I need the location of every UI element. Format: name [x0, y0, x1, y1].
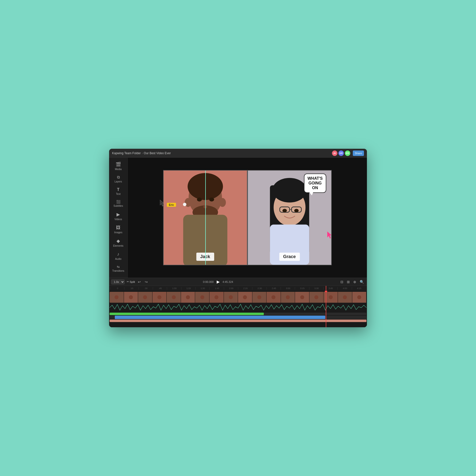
- ruler-mark-0: 0: [110, 287, 124, 290]
- audio-track[interactable]: [110, 303, 366, 312]
- thumb-frame-10: [238, 292, 252, 303]
- sidebar-item-templates[interactable]: ⊞ Templates: [110, 275, 126, 278]
- redo-button[interactable]: ↪: [144, 279, 149, 284]
- thumb-frame-3: [138, 292, 152, 303]
- canvas-area[interactable]: Eric: [128, 158, 367, 278]
- thumb-strip: [110, 292, 366, 303]
- audio-icon: ♪: [117, 252, 119, 257]
- timeline-search-button[interactable]: 🔍: [359, 279, 365, 284]
- video-left-jack: Jack: [163, 170, 247, 265]
- play-button[interactable]: ▶: [215, 279, 221, 285]
- sidebar-item-layers-label: Layers: [115, 180, 122, 183]
- thumb-frame-9: [224, 292, 238, 303]
- sidebar-item-text[interactable]: T Text: [110, 185, 126, 197]
- breadcrumb-separator: ›: [142, 151, 143, 155]
- sidebar-item-media[interactable]: 🎬 Media: [110, 160, 126, 173]
- ruler-mark-100: 1:00: [167, 287, 181, 290]
- sidebar-item-images-label: Images: [114, 231, 122, 234]
- breadcrumb-folder[interactable]: Kapwing Team Folder: [112, 151, 141, 155]
- playhead: [326, 291, 326, 327]
- title-bar: Kapwing Team Folder › Our Best Video Eve…: [109, 149, 367, 158]
- svg-point-8: [183, 203, 186, 206]
- subtitles-icon: ⬛: [116, 200, 120, 204]
- breadcrumb-project[interactable]: Our Best Video Ever: [144, 151, 171, 155]
- green-bar: [110, 313, 264, 315]
- timeline-toolbar: 1.0x ✂ Split ↩ ↪ 0:00.000 ▶ 4:45.324 ⊟ ⊞…: [109, 278, 367, 286]
- svg-marker-22: [327, 232, 331, 238]
- pink-cursor-icon: [327, 232, 332, 240]
- blue-track[interactable]: [110, 316, 366, 319]
- sidebar-item-images[interactable]: 🖼 Images: [110, 223, 126, 236]
- sidebar-item-audio[interactable]: ♪ Audio: [110, 250, 126, 262]
- thumb-frame-13: [281, 292, 295, 303]
- ruler-mark-400: 4:00: [337, 287, 352, 290]
- ruler-mark-415: 4:15: [352, 287, 366, 290]
- sidebar-item-transitions[interactable]: ⇆ Transitions: [110, 263, 126, 274]
- undo-button[interactable]: ↩: [137, 279, 142, 284]
- thumb-frame-17: [338, 292, 352, 303]
- thumb-frame-7: [195, 292, 209, 303]
- split-button[interactable]: ✂ Split: [127, 280, 135, 283]
- blue-bar: [115, 316, 326, 319]
- ruler-mark-300: 3:00: [281, 287, 295, 290]
- avatar-1: JK: [332, 150, 337, 156]
- sidebar-item-videos-label: Videos: [115, 218, 122, 221]
- ruler-mark-130: 1:30: [195, 287, 209, 290]
- split-icon: ✂: [127, 280, 129, 283]
- media-icon: 🎬: [116, 162, 121, 167]
- ruler-mark-330: 3:30: [309, 287, 323, 290]
- elements-icon: ◆: [117, 238, 120, 244]
- thumb-frame-15: [309, 292, 324, 303]
- thumb-frame-6: [181, 292, 195, 303]
- thumb-frame-11: [252, 292, 267, 303]
- svg-rect-23: [110, 303, 366, 312]
- sidebar-item-text-label: Text: [116, 193, 120, 195]
- ruler-mark-145: 1:45: [209, 287, 224, 290]
- ruler-mark-230: 2:30: [252, 287, 266, 290]
- sidebar-item-elements[interactable]: ◆ Elements: [110, 236, 126, 249]
- svg-point-20: [282, 209, 287, 212]
- thumb-frame-2: [124, 292, 138, 303]
- current-time-display: 0:00.000: [203, 280, 214, 283]
- videos-icon: ▶: [117, 212, 120, 217]
- sidebar-item-transitions-label: Transitions: [112, 269, 124, 272]
- app-window: Kapwing Team Folder › Our Best Video Eve…: [109, 149, 367, 327]
- thumb-frame-1: [110, 292, 124, 303]
- speed-selector[interactable]: 1.0x: [111, 279, 125, 284]
- thumb-frame-4: [152, 292, 167, 303]
- timeline-zoom-in-button[interactable]: ⊕: [352, 279, 357, 284]
- sidebar-item-layers[interactable]: ⧉ Layers: [110, 173, 126, 185]
- grace-name-label: Grace: [279, 253, 300, 261]
- waveform-svg: [110, 303, 366, 312]
- ruler-mark-15: :15: [124, 287, 138, 290]
- cursor-label: Eric: [167, 203, 176, 207]
- thumb-frame-8: [209, 292, 224, 303]
- svg-point-9: [197, 198, 202, 202]
- timeline-tracks[interactable]: [109, 291, 367, 327]
- ruler-mark-45: :45: [153, 287, 167, 290]
- thumb-frame-14: [295, 292, 309, 303]
- svg-point-15: [272, 178, 307, 203]
- timeline-ruler: 0 :15 :30 :45 1:00 1:15 1:30 1:45 2:00 2…: [109, 286, 367, 291]
- ruler-mark-215: 2:15: [238, 287, 252, 290]
- ruler-marks: 0 :15 :30 :45 1:00 1:15 1:30 1:45 2:00 2…: [110, 287, 366, 290]
- sidebar-item-elements-label: Elements: [113, 244, 123, 247]
- images-icon: 🖼: [116, 225, 120, 230]
- avatar-3: ER: [345, 150, 350, 156]
- breadcrumb: Kapwing Team Folder › Our Best Video Eve…: [112, 151, 171, 155]
- video-track[interactable]: [110, 292, 366, 303]
- sidebar: 🎬 Media ⧉ Layers T Text ⬛ Subtitles ▶ Vi…: [109, 158, 128, 278]
- pink-track[interactable]: [110, 320, 366, 322]
- ruler-mark-115: 1:15: [181, 287, 195, 290]
- green-track[interactable]: [110, 313, 366, 315]
- thumb-frame-12: [267, 292, 281, 303]
- toolbar-center: 0:00.000 ▶ 4:45.324: [203, 279, 233, 285]
- total-time-display: 4:45.324: [223, 280, 233, 283]
- timeline-fit-button[interactable]: ⊞: [346, 279, 351, 284]
- sidebar-item-subtitles[interactable]: ⬛ Subtitles: [110, 198, 126, 209]
- thumb-frame-5: [167, 292, 181, 303]
- share-button[interactable]: Share: [353, 150, 364, 156]
- sidebar-item-videos[interactable]: ▶ Videos: [110, 210, 126, 223]
- timeline-zoom-out-button[interactable]: ⊟: [339, 279, 344, 284]
- ruler-mark-315: 3:15: [295, 287, 309, 290]
